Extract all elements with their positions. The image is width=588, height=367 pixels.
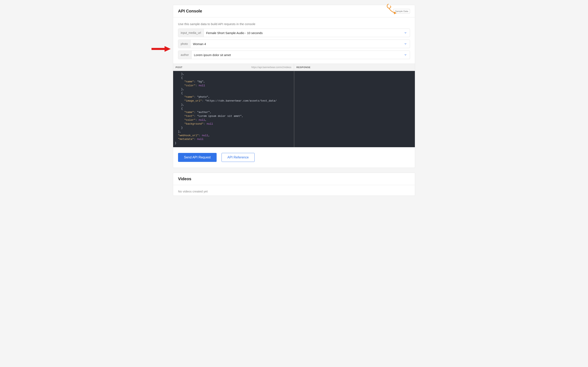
videos-empty-text: No videos created yet xyxy=(173,185,415,196)
field-author[interactable]: author Lorem ipsum dolor sit amet xyxy=(178,50,410,59)
hint-text: Use this sample data to build API reques… xyxy=(173,17,415,29)
field-label: input_media_url xyxy=(178,29,204,37)
request-response-header: POST https://api.bannerbear.com/v2/video… xyxy=(173,64,415,71)
field-label: photo xyxy=(178,40,190,48)
field-select[interactable]: Woman 4 xyxy=(190,40,410,48)
field-input-media-url[interactable]: input_media_url Female Short Sample Audi… xyxy=(178,29,410,37)
send-api-request-button[interactable]: Send API Request xyxy=(178,153,217,162)
api-reference-button[interactable]: API Reference xyxy=(222,153,255,162)
annotation-red-arrow xyxy=(151,45,171,53)
chevron-down-icon xyxy=(404,42,407,46)
chevron-down-icon xyxy=(404,53,407,57)
post-label: POST xyxy=(176,66,182,68)
field-value-text: Woman 4 xyxy=(193,42,206,46)
field-value-text: Lorem ipsum dolor sit amet xyxy=(194,53,231,57)
response-label: RESPONSE xyxy=(296,66,311,68)
field-value-text: Female Short Sample Audio - 10 seconds xyxy=(206,31,263,35)
field-photo[interactable]: photo Woman 4 xyxy=(178,40,410,48)
field-select[interactable]: Lorem ipsum dolor sit amet xyxy=(191,51,410,59)
api-console-card: API Console Sample Data Use this sample … xyxy=(173,5,415,168)
videos-title: Videos xyxy=(178,176,191,181)
endpoint-url: https://api.bannerbear.com/v2/videos xyxy=(251,66,291,69)
code-area: }, { "name": "bg", "color": null }, { "n… xyxy=(173,71,415,147)
svg-marker-1 xyxy=(164,46,171,52)
response-body-pane xyxy=(294,71,415,147)
field-select[interactable]: Female Short Sample Audio - 10 seconds xyxy=(204,29,410,37)
field-label: author xyxy=(178,51,191,59)
page-title: API Console xyxy=(178,9,202,13)
chevron-down-icon xyxy=(404,31,407,35)
videos-card: Videos No videos created yet xyxy=(173,173,415,196)
request-body-pane[interactable]: }, { "name": "bg", "color": null }, { "n… xyxy=(173,71,294,147)
annotation-orange-arrow xyxy=(385,3,397,15)
svg-marker-2 xyxy=(394,12,397,14)
